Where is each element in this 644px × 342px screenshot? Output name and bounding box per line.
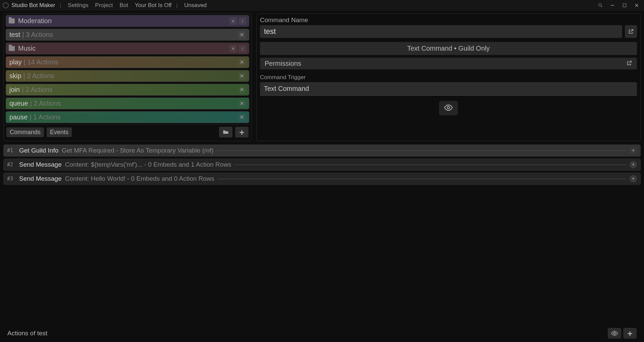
action-detail: Content: ${tempVars('mf')... - 0 Embeds … [65,161,231,168]
app-name: Studio Bot Maker [11,2,55,9]
trigger-select[interactable]: Text Command [260,82,637,96]
svg-point-0 [599,4,601,6]
command-item-pause[interactable]: pause | 1 Actions × [6,111,249,123]
actions-list: #1 Get Guild Info Get MFA Required - Sto… [3,145,641,185]
command-item-join[interactable]: join | 2 Actions × [6,84,249,96]
trigger-label: Command Trigger [260,74,637,81]
command-meta: | 14 Actions [24,58,58,66]
action-close-icon[interactable]: × [630,175,637,182]
action-item[interactable]: #3 Send Message Content: Hello World! - … [3,173,641,185]
folder-close-icon[interactable]: × [229,17,237,25]
action-title: Get Guild Info [19,147,58,154]
action-index: #3 [7,176,16,182]
command-editor: Command Name Text Command • Guild Only P… [256,13,641,141]
command-type-pill[interactable]: Text Command • Guild Only [260,42,637,55]
permissions-row[interactable]: Permissions [260,58,637,69]
command-meta: | 2 Actions [22,86,53,94]
actions-panel: #1 Get Guild Info Get MFA Required - Sto… [0,141,644,342]
folder-label: Moderation [18,17,52,25]
command-item-queue[interactable]: queue | 2 Actions × [6,98,249,109]
separator: | [60,3,61,8]
titlebar: Studio Bot Maker | Settings Project Bot … [0,0,644,11]
action-title: Send Message [19,161,62,168]
action-close-icon[interactable]: × [630,147,637,154]
command-item-play[interactable]: play | 14 Actions × [6,56,249,68]
command-name: queue [9,100,28,107]
commands-list[interactable]: Moderation × ↑ test | 3 Actions × Music [4,14,251,124]
command-name: pause [9,113,28,121]
tab-commands[interactable]: Commands [6,127,44,137]
command-meta: | 2 Actions [30,100,61,107]
folder-moderation[interactable]: Moderation × ↑ [6,15,249,27]
command-name: test [9,31,20,39]
folder-collapse-icon[interactable]: ↑ [239,45,246,52]
svg-rect-3 [623,4,626,7]
folder-collapse-icon[interactable]: ↑ [239,17,246,25]
tab-events[interactable]: Events [47,127,72,137]
menu-project[interactable]: Project [93,1,115,9]
svg-point-6 [447,107,450,109]
search-icon[interactable] [596,2,605,9]
action-title: Send Message [19,175,62,182]
command-close-icon[interactable]: × [238,31,246,39]
action-item[interactable]: #2 Send Message Content: ${tempVars('mf'… [3,159,641,171]
command-meta: | 3 Actions [22,31,53,39]
window-maximize-icon[interactable] [620,2,629,9]
command-close-icon[interactable]: × [238,86,246,94]
action-detail: Get MFA Required - Store As Temporary Va… [62,147,213,154]
action-item[interactable]: #1 Get Guild Info Get MFA Required - Sto… [3,145,641,157]
command-name: join [9,86,20,94]
commands-tabbar: Commands Events ＋ [4,124,251,139]
svg-point-7 [613,332,615,334]
open-external-icon [626,60,632,67]
status-bot: Your Bot Is Off [135,2,172,9]
permissions-label: Permissions [265,60,301,67]
action-divider [217,151,626,151]
commands-panel: Moderation × ↑ test | 3 Actions × Music [3,13,252,141]
command-name: play [9,58,22,66]
command-meta: | 1 Actions [30,113,61,121]
actions-footer: Actions of test ＋ [3,325,641,342]
command-close-icon[interactable]: × [238,100,246,107]
action-divider [218,179,626,179]
actions-preview-button[interactable] [608,328,621,339]
folder-icon [9,18,15,23]
command-item-skip[interactable]: skip | 2 Actions × [6,70,249,82]
separator: | [176,3,178,8]
folder-icon [9,46,15,51]
command-close-icon[interactable]: × [238,59,246,66]
status-save: Unsaved [184,2,207,9]
folder-music[interactable]: Music × ↑ [6,43,249,54]
command-meta: | 2 Actions [23,72,54,80]
command-close-icon[interactable]: × [238,114,246,121]
command-name: skip [9,72,21,80]
window-close-icon[interactable] [632,2,641,9]
add-action-button[interactable]: ＋ [623,328,637,339]
window-minimize-icon[interactable] [608,2,617,9]
add-command-button[interactable]: ＋ [235,127,249,137]
preview-button[interactable] [439,101,458,115]
app-icon [3,2,9,8]
action-detail: Content: Hello World! - 0 Embeds and 0 A… [65,175,214,182]
new-folder-button[interactable] [219,127,232,137]
command-name-label: Command Name [260,16,637,24]
folder-close-icon[interactable]: × [229,45,237,52]
svg-line-1 [601,6,602,7]
open-external-icon[interactable] [625,25,637,38]
action-index: #2 [7,162,16,168]
command-name-input[interactable] [260,25,622,38]
action-index: #1 [7,148,16,154]
action-close-icon[interactable]: × [630,161,637,168]
command-item-test[interactable]: test | 3 Actions × [6,29,249,41]
command-close-icon[interactable]: × [238,72,246,80]
menu-bot[interactable]: Bot [117,1,130,9]
action-divider [235,165,626,165]
menu-settings[interactable]: Settings [66,1,90,9]
folder-label: Music [18,45,36,52]
actions-footer-label: Actions of test [7,330,47,337]
